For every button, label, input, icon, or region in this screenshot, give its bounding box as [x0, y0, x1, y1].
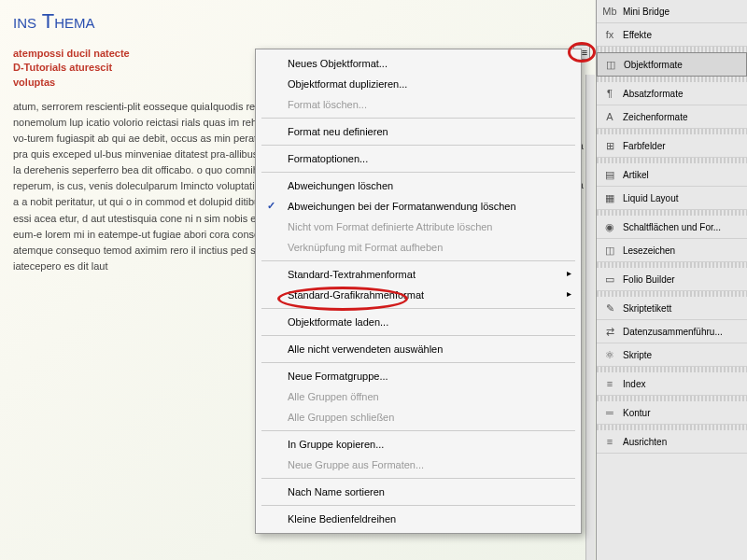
- menu-small-panel-rows[interactable]: Kleine Bedienfeldreihen: [256, 509, 581, 529]
- menu-default-graphic-frame[interactable]: Standard-Grafikrahmenformat: [256, 285, 581, 305]
- menu-new-object-style[interactable]: Neues Objektformat...: [256, 53, 581, 74]
- panel-articles[interactable]: ▤Artikel: [597, 163, 747, 187]
- panel-paragraph-styles[interactable]: ¶Absatzformate: [597, 82, 747, 105]
- panel-stroke[interactable]: ═Kontur: [597, 401, 747, 425]
- menu-break-link: Verknüpfung mit Format aufheben: [256, 237, 581, 258]
- character-icon: A: [602, 110, 617, 123]
- menu-redefine-style[interactable]: Format neu definieren: [256, 121, 581, 142]
- panel-align[interactable]: ≡Ausrichten: [597, 430, 747, 454]
- liquid-icon: ▦: [602, 191, 617, 204]
- panel-swatches[interactable]: ⊞Farbfelder: [597, 134, 747, 158]
- menu-select-unused[interactable]: Alle nicht verwendeten auswählen: [256, 339, 581, 359]
- panel-object-styles[interactable]: ◫Objektformate: [597, 52, 747, 77]
- panel-character-styles[interactable]: AZeichenformate: [597, 105, 747, 129]
- swatches-icon: ⊞: [602, 139, 617, 152]
- panel-folio-builder[interactable]: ▭Folio Builder: [597, 268, 747, 291]
- menu-delete-style: Format löschen...: [256, 94, 581, 115]
- vertical-scrollbar[interactable]: [585, 75, 595, 560]
- column-1: atum, serrorem rescienti-plit eosseque q…: [13, 99, 292, 282]
- panel-effects[interactable]: fxEffekte: [597, 23, 747, 47]
- panel-script-label[interactable]: ✎Skriptetikett: [597, 297, 747, 320]
- page-heading: ins Thema: [13, 9, 585, 34]
- menu-new-group-from-styles: Neue Gruppe aus Formaten...: [256, 455, 581, 475]
- articles-icon: ▤: [602, 168, 617, 181]
- align-icon: ≡: [602, 435, 617, 448]
- index-icon: ≡: [602, 377, 617, 390]
- panel-buttons-forms[interactable]: ◉Schaltflächen und For...: [597, 216, 747, 239]
- object-styles-icon: ◫: [603, 58, 618, 71]
- right-panel-dock: MbMini Bridge fxEffekte ◫Objektformate ¶…: [596, 0, 747, 560]
- scripts-icon: ⚛: [602, 348, 617, 361]
- menu-copy-to-group[interactable]: In Gruppe kopieren...: [256, 434, 581, 455]
- menu-open-all-groups: Alle Gruppen öffnen: [256, 386, 581, 407]
- folio-icon: ▭: [602, 273, 617, 286]
- menu-default-text-frame[interactable]: Standard-Textrahmenformat: [256, 264, 581, 285]
- data-merge-icon: ⇄: [602, 325, 617, 338]
- panel-liquid-layout[interactable]: ▦Liquid Layout: [597, 187, 747, 210]
- menu-clear-nonstyle-attrs: Nicht vom Format definierte Attribute lö…: [256, 217, 581, 237]
- menu-style-options[interactable]: Formatoptionen...: [256, 148, 581, 169]
- fx-icon: fx: [602, 28, 617, 41]
- context-menu: Neues Objektformat... Objektformat dupli…: [255, 49, 582, 534]
- mini-bridge-icon: Mb: [602, 5, 617, 18]
- panel-mini-bridge[interactable]: MbMini Bridge: [597, 0, 747, 23]
- menu-duplicate-style[interactable]: Objektformat duplizieren...: [256, 74, 581, 94]
- menu-load-object-styles[interactable]: Objektformate laden...: [256, 312, 581, 332]
- panel-data-merge[interactable]: ⇄Datenzusammenführu...: [597, 320, 747, 343]
- panel-scripts[interactable]: ⚛Skripte: [597, 343, 747, 367]
- menu-close-all-groups: Alle Gruppen schließen: [256, 407, 581, 427]
- paragraph-icon: ¶: [602, 87, 617, 100]
- stroke-icon: ═: [602, 406, 617, 419]
- buttons-icon: ◉: [602, 220, 617, 233]
- menu-clear-overrides[interactable]: Abweichungen löschen: [256, 175, 581, 196]
- script-label-icon: ✎: [602, 301, 617, 315]
- bookmark-icon: ◫: [602, 244, 617, 257]
- panel-index[interactable]: ≡Index: [597, 372, 747, 396]
- menu-clear-overrides-on-apply[interactable]: Abweichungen bei der Formatanwendung lös…: [256, 196, 581, 217]
- menu-sort-by-name[interactable]: Nach Name sortieren: [256, 482, 581, 502]
- menu-new-group[interactable]: Neue Formatgruppe...: [256, 366, 581, 386]
- panel-bookmarks[interactable]: ◫Lesezeichen: [597, 239, 747, 262]
